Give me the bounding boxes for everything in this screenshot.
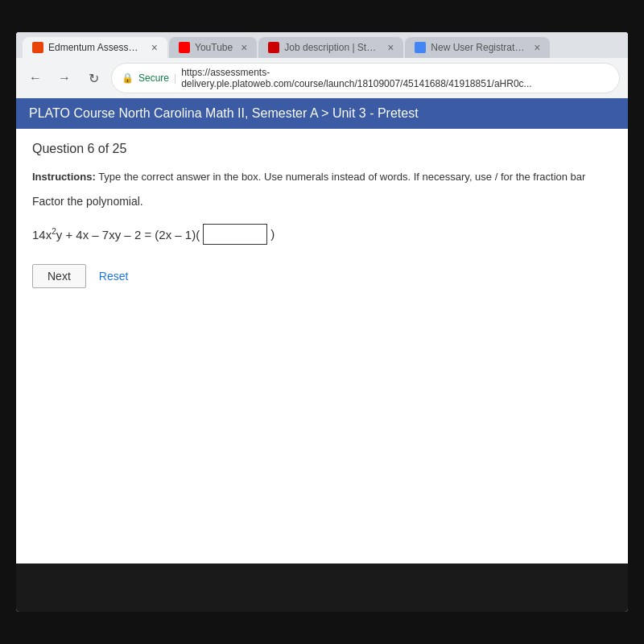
- tab-staples-close[interactable]: ×: [387, 42, 394, 53]
- url-text: https://assessments-delivery.ple.platowe…: [181, 67, 609, 89]
- url-separator: |: [174, 72, 176, 84]
- tab-edmentum[interactable]: Edmentum Assessments ×: [23, 37, 167, 58]
- monitor-frame: Edmentum Assessments × YouTube × Job des…: [0, 0, 644, 644]
- equation-prefix: 14x2y + 4x – 7xy – 2 = (2x – 1)(: [32, 227, 200, 242]
- next-button[interactable]: Next: [32, 264, 86, 288]
- reset-button[interactable]: Reset: [99, 270, 129, 283]
- back-button[interactable]: ←: [24, 67, 47, 89]
- course-title: PLATO Course North Carolina Math II, Sem…: [29, 106, 419, 120]
- tab-youtube[interactable]: YouTube ×: [169, 37, 257, 58]
- instructions-label: Instructions:: [32, 171, 96, 183]
- lock-icon: 🔒: [122, 72, 134, 84]
- edmentum-favicon: [32, 42, 43, 53]
- instructions-block: Instructions: Type the correct answer in…: [32, 169, 612, 185]
- problem-text: Factor the polynomial.: [32, 195, 612, 208]
- tab-staples[interactable]: Job description | Staples ×: [258, 37, 403, 58]
- browser-window: Edmentum Assessments × YouTube × Job des…: [16, 32, 628, 612]
- button-row: Next Reset: [32, 264, 612, 288]
- equation-suffix: ): [270, 227, 275, 241]
- bottom-black-bar: [16, 564, 628, 612]
- equation-line: 14x2y + 4x – 7xy – 2 = (2x – 1)( ): [32, 224, 612, 245]
- instructions-text: Type the correct answer in the box. Use …: [98, 171, 585, 183]
- tab-edmentum-close[interactable]: ×: [151, 42, 158, 53]
- tab-edmentum-label: Edmentum Assessments: [48, 42, 143, 53]
- tab-new-user-label: New User Registration: [431, 42, 526, 53]
- tab-new-user-close[interactable]: ×: [534, 42, 540, 53]
- course-header: PLATO Course North Carolina Math II, Sem…: [16, 98, 628, 129]
- tab-youtube-close[interactable]: ×: [241, 42, 247, 53]
- reload-button[interactable]: ↻: [82, 67, 105, 89]
- content-area: Question 6 of 25 Instructions: Type the …: [16, 129, 628, 564]
- question-counter: Question 6 of 25: [32, 142, 612, 156]
- youtube-favicon: [179, 42, 190, 53]
- address-bar[interactable]: 🔒 Secure | https://assessments-delivery.…: [111, 63, 620, 93]
- new-user-favicon: [415, 42, 426, 53]
- tab-bar: Edmentum Assessments × YouTube × Job des…: [16, 32, 628, 58]
- tab-youtube-label: YouTube: [195, 42, 233, 53]
- tab-new-user[interactable]: New User Registration ×: [405, 37, 550, 58]
- address-bar-row: ← → ↻ 🔒 Secure | https://assessments-del…: [16, 58, 628, 98]
- question-area: Question 6 of 25 Instructions: Type the …: [16, 129, 628, 301]
- answer-input[interactable]: [203, 224, 267, 245]
- browser-chrome: Edmentum Assessments × YouTube × Job des…: [16, 32, 628, 98]
- secure-text: Secure: [138, 72, 169, 84]
- forward-button[interactable]: →: [53, 67, 76, 89]
- staples-favicon: [268, 42, 279, 53]
- tab-staples-label: Job description | Staples: [284, 42, 379, 53]
